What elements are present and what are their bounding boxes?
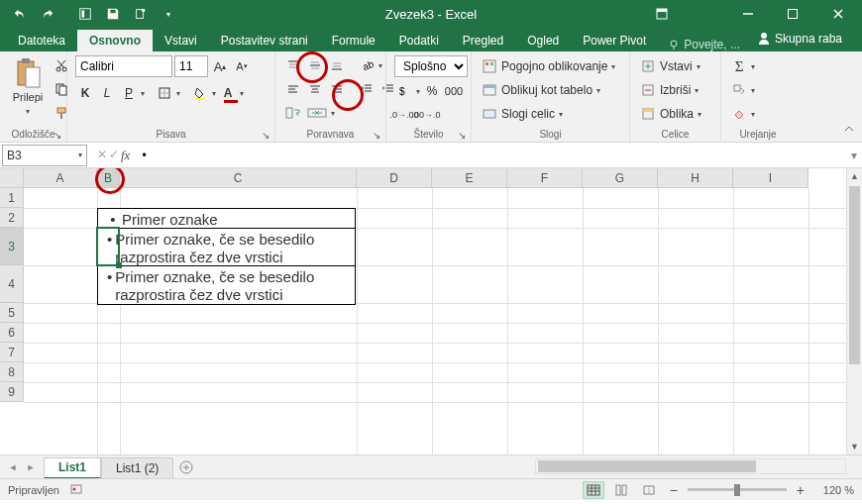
vertical-scrollbar[interactable]: ▲ ▼ <box>846 168 862 454</box>
row-header-3[interactable]: 3 <box>0 228 24 265</box>
row-header-4[interactable]: 4 <box>0 265 24 303</box>
delete-cells-button[interactable]: Izbriši ▾ <box>638 79 700 101</box>
orientation-button[interactable]: ab <box>357 55 377 75</box>
paste-button[interactable]: Prilepi ▾ <box>8 55 48 119</box>
formula-input[interactable] <box>136 145 846 166</box>
comma-style-button[interactable]: 000 <box>444 81 464 101</box>
decrease-decimal-button[interactable]: .00→.0 <box>416 105 436 125</box>
align-bottom-button[interactable] <box>327 55 347 75</box>
select-all-corner[interactable] <box>0 168 24 188</box>
row-header-7[interactable]: 7 <box>0 343 24 362</box>
accounting-format-button[interactable]: $ <box>394 81 414 101</box>
tab-formule[interactable]: Formule <box>320 30 387 51</box>
worksheet-grid[interactable]: ABCDEFGHI 123456789 • Primer oznake • Pr… <box>0 168 862 454</box>
autosum-button[interactable]: Σ ▾ <box>729 55 757 77</box>
zoom-in-button[interactable]: + <box>793 482 808 498</box>
fill-button[interactable]: ▾ <box>729 79 757 101</box>
expand-formula-bar[interactable]: ▾ <box>846 149 862 162</box>
hscroll-thumb[interactable] <box>538 460 756 472</box>
minimize-button[interactable] <box>725 0 770 28</box>
row-header-6[interactable]: 6 <box>0 323 24 343</box>
fill-color-button[interactable] <box>190 83 210 103</box>
sheet-nav-last[interactable]: ► <box>22 458 40 476</box>
row-header-2[interactable]: 2 <box>0 208 24 228</box>
row-header-1[interactable]: 1 <box>0 188 24 208</box>
column-header-f[interactable]: F <box>507 168 583 188</box>
qat-customize[interactable]: ▾ <box>157 2 180 26</box>
tab-powerpivot[interactable]: Power Pivot <box>571 30 658 51</box>
view-page-break-button[interactable] <box>638 481 660 499</box>
scroll-thumb[interactable] <box>849 186 860 364</box>
maximize-button[interactable] <box>770 0 814 28</box>
insert-cells-button[interactable]: Vstavi ▾ <box>638 55 702 77</box>
tab-ogled[interactable]: Ogled <box>515 30 571 51</box>
tab-datoteka[interactable]: Datoteka <box>6 30 77 51</box>
sheet-nav-first[interactable]: ◄ <box>4 458 22 476</box>
sheet-tab-list1[interactable]: List1 <box>44 457 101 479</box>
row-header-9[interactable]: 9 <box>0 382 24 402</box>
decrease-font-button[interactable]: A▾ <box>232 56 252 76</box>
align-center-button[interactable] <box>305 79 325 99</box>
increase-font-button[interactable]: A▴ <box>210 56 230 76</box>
column-header-b[interactable]: B <box>97 168 120 188</box>
new-sheet-button[interactable] <box>173 459 199 475</box>
row-header-5[interactable]: 5 <box>0 303 24 323</box>
conditional-formatting-button[interactable]: Pogojno oblikovanje ▾ <box>480 55 617 77</box>
tab-postavitev[interactable]: Postavitev strani <box>209 30 320 51</box>
tab-podatki[interactable]: Podatki <box>387 30 451 51</box>
view-page-layout-button[interactable] <box>610 481 632 499</box>
merge-center-button[interactable] <box>305 103 329 123</box>
share-button[interactable]: Skupna raba <box>749 30 850 48</box>
zoom-out-button[interactable]: − <box>666 482 682 498</box>
cell-b4-c4[interactable]: • Primer oznake, če se besedilo razprost… <box>98 266 355 304</box>
zoom-level[interactable]: 120 % <box>814 484 854 496</box>
column-header-c[interactable]: C <box>120 168 357 188</box>
sheet-tab-list1-2[interactable]: List1 (2) <box>101 457 173 479</box>
cell-b2-c2[interactable]: • Primer oznake <box>98 209 355 229</box>
save-button[interactable] <box>101 2 125 26</box>
align-right-button[interactable] <box>327 79 347 99</box>
macro-record-icon[interactable] <box>69 482 83 498</box>
cell-styles-button[interactable]: Slogi celic ▾ <box>480 103 565 125</box>
align-top-button[interactable] <box>283 55 303 75</box>
qat-button-3[interactable] <box>73 2 97 26</box>
tab-pregled[interactable]: Pregled <box>451 30 515 51</box>
column-header-h[interactable]: H <box>658 168 733 188</box>
dialog-launcher-clipboard[interactable]: ↘ <box>53 130 62 140</box>
dialog-launcher-font[interactable]: ↘ <box>261 130 270 140</box>
tab-vstavi[interactable]: Vstavi <box>153 30 209 51</box>
ribbon-display-options[interactable] <box>639 0 684 28</box>
font-name-combo[interactable] <box>75 55 172 77</box>
scroll-up-button[interactable]: ▲ <box>847 168 862 184</box>
dialog-launcher-alignment[interactable]: ↘ <box>372 130 381 140</box>
decrease-indent-button[interactable] <box>357 79 377 99</box>
column-header-a[interactable]: A <box>24 168 97 188</box>
qat-button-5[interactable] <box>129 2 153 26</box>
view-normal-button[interactable] <box>583 481 604 499</box>
zoom-slider[interactable] <box>688 488 787 491</box>
column-header-g[interactable]: G <box>583 168 658 188</box>
percent-button[interactable]: % <box>422 81 442 101</box>
horizontal-scrollbar[interactable] <box>535 458 846 474</box>
number-format-combo[interactable]: Splošno <box>394 55 468 77</box>
column-header-d[interactable]: D <box>357 168 432 188</box>
font-size-combo[interactable] <box>174 55 208 77</box>
row-header-8[interactable]: 8 <box>0 362 24 382</box>
scroll-down-button[interactable]: ▼ <box>847 439 862 454</box>
name-box[interactable]: B3▾ <box>2 145 87 166</box>
enter-formula-button[interactable]: ✓ <box>109 148 119 163</box>
column-header-e[interactable]: E <box>432 168 507 188</box>
clear-button[interactable]: ▾ <box>729 103 757 125</box>
format-cells-button[interactable]: Oblika ▾ <box>638 103 703 125</box>
insert-function-button[interactable]: fx <box>121 148 130 163</box>
column-header-i[interactable]: I <box>733 168 808 188</box>
underline-button[interactable]: P <box>119 83 139 103</box>
tell-me-search[interactable]: Povejte, ... <box>658 38 750 51</box>
borders-button[interactable] <box>155 83 174 103</box>
format-as-table-button[interactable]: Oblikuj kot tabelo ▾ <box>480 79 602 101</box>
align-middle-button[interactable] <box>305 55 325 75</box>
bold-button[interactable]: K <box>75 83 95 103</box>
cell-b3-c3[interactable]: • Primer oznake, če se besedilo razprost… <box>98 229 355 266</box>
align-left-button[interactable] <box>283 79 303 99</box>
dialog-launcher-number[interactable]: ↘ <box>457 130 467 140</box>
